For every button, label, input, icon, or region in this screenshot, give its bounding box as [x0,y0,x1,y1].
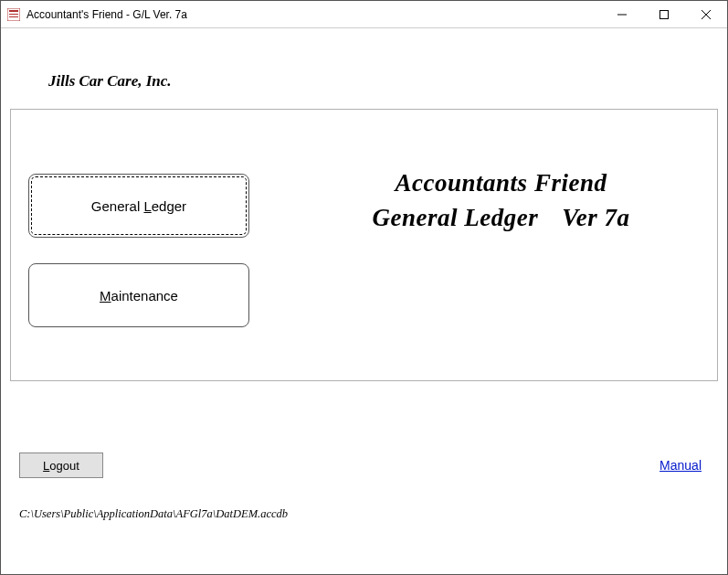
svg-rect-5 [660,10,669,18]
heading-line-1: Accountants Friend [303,166,699,201]
app-icon [6,7,21,22]
button-label: Maintenance [100,288,178,303]
manual-link[interactable]: Manual [659,458,702,473]
main-panel: General Ledger Maintenance Accountants F… [10,109,718,381]
footer-row: Logout Manual [10,453,718,478]
window-controls [601,1,727,27]
content-area: Jills Car Care, Inc. General Ledger Main… [1,72,727,530]
company-name: Jills Car Care, Inc. [48,72,718,91]
titlebar: Accountant's Friend - G/L Ver. 7a [1,1,727,28]
general-ledger-button[interactable]: General Ledger [28,174,249,238]
button-label: General Ledger [91,198,186,214]
svg-rect-1 [9,10,18,12]
heading-line-2: General LedgerVer 7a [303,201,699,236]
database-path: C:\Users\Public\ApplicationData\AFGl7a\D… [19,507,718,521]
window-title: Accountant's Friend - G/L Ver. 7a [26,8,601,21]
button-label: Logout [43,459,79,473]
minimize-button[interactable] [601,1,643,27]
close-button[interactable] [685,1,727,27]
svg-rect-3 [9,16,18,17]
svg-rect-2 [9,14,18,15]
logout-button[interactable]: Logout [19,453,103,478]
maintenance-button[interactable]: Maintenance [28,263,249,327]
app-heading: Accountants Friend General LedgerVer 7a [303,166,699,236]
maximize-button[interactable] [643,1,685,27]
